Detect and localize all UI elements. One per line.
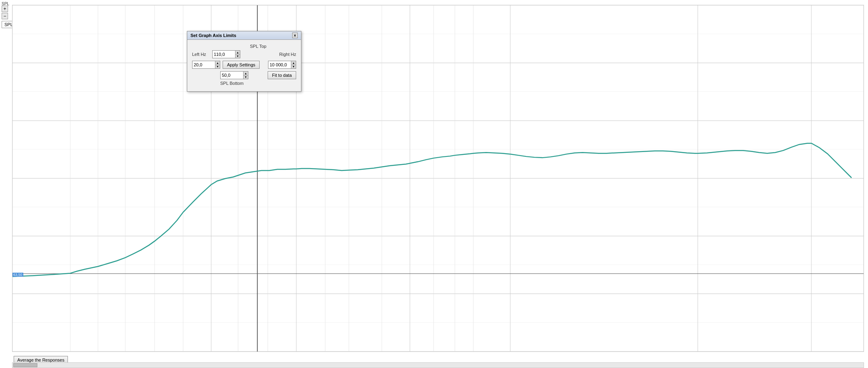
spl-bottom-spinbox[interactable]: ▲ ▼ [220,71,248,79]
left-hz-spin-up[interactable]: ▲ [215,61,220,65]
dialog-title: Set Graph Axis Limits [190,33,236,38]
right-hz-spin-up[interactable]: ▲ [291,61,296,65]
fit-to-data-button[interactable]: Fit to data [268,71,296,79]
axis-dialog: Set Graph Axis Limits × SPL Top Left Hz … [187,31,301,92]
right-hz-label: Right Hz [279,52,296,57]
spl-top-spinbox[interactable]: ▲ ▼ [212,50,240,58]
scrollbar-container[interactable] [12,362,864,368]
left-hz-spin-down[interactable]: ▼ [215,65,220,69]
spl-bottom-label: SPL Bottom [220,81,296,86]
spl-top-spin-down[interactable]: ▼ [235,55,240,58]
spl-top-label: SPL Top [220,44,296,49]
h-marker-label: 63,50 [12,273,23,277]
zoom-in-button[interactable]: + [2,6,8,12]
chart-container: SPL + − SPL dBFS Phase [0,0,868,368]
spl-top-spin-up[interactable]: ▲ [235,51,240,55]
dialog-close-button[interactable]: × [292,33,298,38]
dialog-titlebar: Set Graph Axis Limits × [187,31,301,40]
left-hz-input[interactable] [194,62,217,67]
spl-bottom-spin-up[interactable]: ▲ [243,72,248,76]
chart-svg [12,5,864,352]
spl-top-input[interactable] [214,52,237,57]
spl-bottom-spin-down[interactable]: ▼ [243,76,248,79]
apply-settings-button[interactable]: Apply Settings [223,61,260,69]
right-hz-spinbox[interactable]: ▲ ▼ [268,61,296,69]
dialog-content: SPL Top Left Hz ▲ ▼ Right Hz [187,40,301,91]
chart-area: 105 100 95 90 85 80 75 70 65 60 55 50 20… [12,5,864,352]
right-hz-spin-down[interactable]: ▼ [291,65,296,69]
scrollbar-thumb[interactable] [13,363,37,367]
spl-bottom-input[interactable] [222,73,245,78]
zoom-out-button[interactable]: − [2,13,8,19]
left-hz-label: Left Hz [192,52,212,57]
left-hz-spinbox[interactable]: ▲ ▼ [192,61,220,69]
